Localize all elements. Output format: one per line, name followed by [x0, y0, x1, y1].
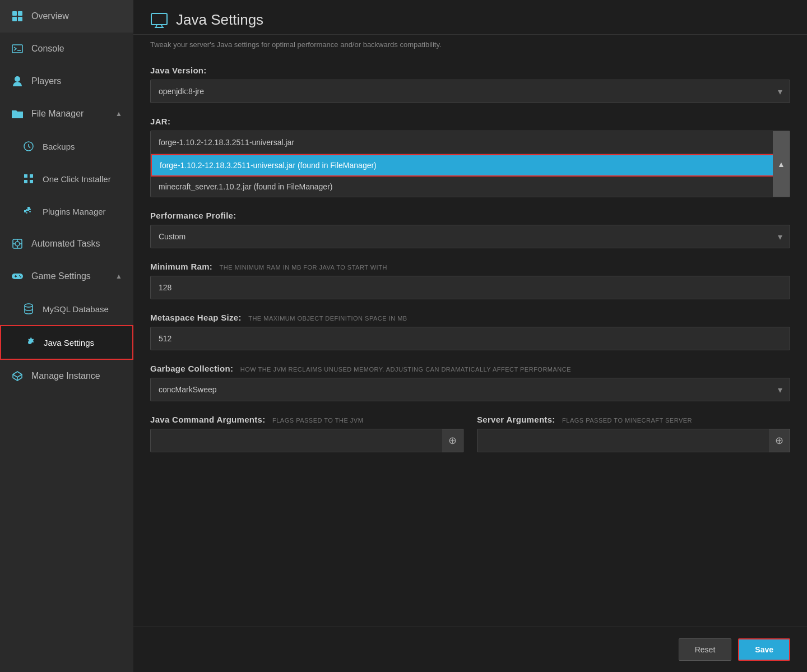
metaspace-heap-field: Metaspace Heap Size: THE MAXIMUM OBJECT … — [150, 313, 790, 350]
svg-rect-27 — [151, 13, 167, 25]
svg-rect-18 — [12, 274, 23, 279]
jar-label: JAR: — [150, 117, 790, 126]
puzzle-icon — [22, 205, 35, 217]
sidebar-item-console[interactable]: Console — [0, 33, 133, 65]
jar-selected-value: forge-1.10.2-12.18.3.2511-universal.jar — [159, 138, 294, 147]
java-cmd-input-wrapper: ⊕ — [150, 429, 463, 452]
java-version-select-wrapper: openjdk:8-jre openjdk:11-jre openjdk:17-… — [150, 80, 790, 103]
gear-icon — [24, 336, 36, 349]
svg-rect-8 — [24, 174, 27, 178]
manage-icon — [11, 370, 24, 382]
sidebar-item-overview-label: Overview — [31, 11, 122, 21]
sidebar-item-automated-tasks[interactable]: Automated Tasks — [0, 228, 133, 260]
java-cmd-sublabel: FLAGS PASSED TO THE JVM — [272, 417, 363, 424]
garbage-collection-field: Garbage Collection: HOW THE JVM RECLAIMS… — [150, 364, 790, 401]
svg-point-6 — [15, 76, 20, 82]
svg-point-21 — [19, 275, 20, 276]
sidebar-item-java-settings[interactable]: Java Settings — [0, 325, 133, 360]
java-version-label: Java Version: — [150, 66, 790, 75]
svg-rect-1 — [18, 11, 22, 16]
jar-option-forge[interactable]: forge-1.10.2-12.18.3.2511-universal.jar … — [151, 154, 790, 177]
sidebar-item-file-manager[interactable]: File Manager ▲ — [0, 98, 133, 130]
monitor-icon — [150, 12, 168, 28]
sidebar-item-plugins-manager[interactable]: Plugins Manager — [0, 195, 133, 228]
jar-container: forge-1.10.2-12.18.3.2511-universal.jar … — [150, 131, 790, 197]
performance-profile-field: Performance Profile: Custom Optimized De… — [150, 211, 790, 248]
svg-rect-4 — [12, 45, 22, 53]
svg-rect-11 — [30, 180, 33, 183]
garbage-collection-label: Garbage Collection: HOW THE JVM RECLAIMS… — [150, 364, 790, 373]
performance-profile-label: Performance Profile: — [150, 211, 790, 220]
gamepad-icon — [11, 270, 24, 282]
server-arguments-label: Server Arguments: FLAGS PASSED TO MINECR… — [477, 415, 790, 424]
reset-button[interactable]: Reset — [679, 638, 732, 661]
page-title: Java Settings — [176, 11, 263, 29]
metaspace-heap-label: Metaspace Heap Size: THE MAXIMUM OBJECT … — [150, 313, 790, 322]
sidebar-item-backups[interactable]: Backups — [0, 130, 133, 163]
svg-point-23 — [25, 304, 33, 307]
java-version-field: Java Version: openjdk:8-jre openjdk:11-j… — [150, 66, 790, 103]
java-command-args-label: Java Command Arguments: FLAGS PASSED TO … — [150, 415, 463, 424]
server-args-input-wrapper: ⊕ — [477, 429, 790, 452]
svg-rect-3 — [18, 17, 22, 21]
svg-line-25 — [13, 374, 17, 377]
console-icon — [11, 43, 24, 55]
sidebar-item-plugins-label: Plugins Manager — [43, 207, 122, 216]
main-content: Java Settings Tweak your server's Java s… — [133, 0, 807, 672]
sidebar-item-one-click-label: One Click Installer — [43, 174, 122, 184]
svg-rect-2 — [12, 17, 17, 21]
svg-point-13 — [15, 242, 20, 246]
performance-profile-select[interactable]: Custom Optimized Default — [150, 225, 790, 248]
jar-options-list: forge-1.10.2-12.18.3.2511-universal.jar … — [151, 154, 790, 197]
chevron-up-icon: ▲ — [115, 110, 122, 118]
sidebar-item-overview[interactable]: Overview — [0, 0, 133, 33]
server-args-add-button[interactable]: ⊕ — [769, 429, 790, 452]
content-area: Java Version: openjdk:8-jre openjdk:11-j… — [133, 60, 807, 469]
server-arguments-input[interactable] — [477, 429, 790, 452]
grid-icon — [11, 10, 24, 22]
player-icon — [11, 75, 24, 87]
svg-rect-0 — [12, 11, 17, 16]
jar-field: JAR: forge-1.10.2-12.18.3.2511-universal… — [150, 117, 790, 197]
sidebar-item-manage-instance-label: Manage Instance — [31, 371, 122, 381]
java-version-select[interactable]: openjdk:8-jre openjdk:11-jre openjdk:17-… — [150, 80, 790, 103]
sidebar-item-game-settings[interactable]: Game Settings ▲ — [0, 260, 133, 293]
grid2-icon — [22, 173, 35, 185]
jar-selected-row[interactable]: forge-1.10.2-12.18.3.2511-universal.jar … — [151, 131, 790, 154]
min-ram-sublabel: THE MINIMUM RAM IN MB FOR JAVA TO START … — [220, 264, 387, 271]
garbage-collection-select[interactable]: concMarkSweep G1GC ZGC Shenandoah — [150, 378, 790, 401]
java-command-args-input[interactable] — [150, 429, 463, 452]
garbage-collection-select-wrapper: concMarkSweep G1GC ZGC Shenandoah — [150, 378, 790, 401]
chevron-up-icon2: ▲ — [115, 272, 122, 280]
sidebar-item-manage-instance[interactable]: Manage Instance — [0, 360, 133, 392]
java-command-args-field: Java Command Arguments: FLAGS PASSED TO … — [150, 415, 463, 452]
server-args-sublabel: FLAGS PASSED TO MINECRAFT SERVER — [562, 417, 692, 424]
folder-icon — [11, 108, 24, 120]
tasks-icon — [11, 238, 24, 250]
min-ram-input[interactable] — [150, 276, 790, 299]
jar-scroll-up[interactable]: ▲ — [773, 131, 790, 197]
sidebar-item-players[interactable]: Players — [0, 65, 133, 98]
page-header: Java Settings — [133, 0, 807, 35]
svg-line-26 — [17, 374, 22, 377]
java-cmd-add-button[interactable]: ⊕ — [442, 429, 463, 452]
sidebar-item-game-settings-label: Game Settings — [31, 271, 108, 281]
save-button[interactable]: Save — [738, 638, 790, 661]
sidebar-item-automated-tasks-label: Automated Tasks — [31, 239, 122, 249]
footer-buttons: Reset Save — [133, 627, 807, 672]
args-row: Java Command Arguments: FLAGS PASSED TO … — [150, 415, 790, 452]
sidebar-item-file-manager-label: File Manager — [31, 109, 108, 119]
sidebar: Overview Console Players File Manager ▲ — [0, 0, 133, 672]
sidebar-item-one-click-installer[interactable]: One Click Installer — [0, 163, 133, 195]
garbage-collection-sublabel: HOW THE JVM RECLAIMS UNUSED MEMORY. ADJU… — [240, 366, 571, 373]
sidebar-item-console-label: Console — [31, 44, 122, 54]
sidebar-item-mysql-label: MySQL Database — [43, 304, 122, 314]
sidebar-item-players-label: Players — [31, 76, 122, 86]
svg-rect-9 — [30, 174, 33, 178]
metaspace-heap-input[interactable] — [150, 327, 790, 350]
svg-rect-10 — [24, 180, 27, 183]
page-subtitle: Tweak your server's Java settings for op… — [133, 35, 807, 60]
sidebar-item-java-settings-label: Java Settings — [44, 338, 121, 347]
jar-option-minecraft[interactable]: minecraft_server.1.10.2.jar (found in Fi… — [151, 177, 790, 197]
sidebar-item-mysql-database[interactable]: MySQL Database — [0, 293, 133, 325]
